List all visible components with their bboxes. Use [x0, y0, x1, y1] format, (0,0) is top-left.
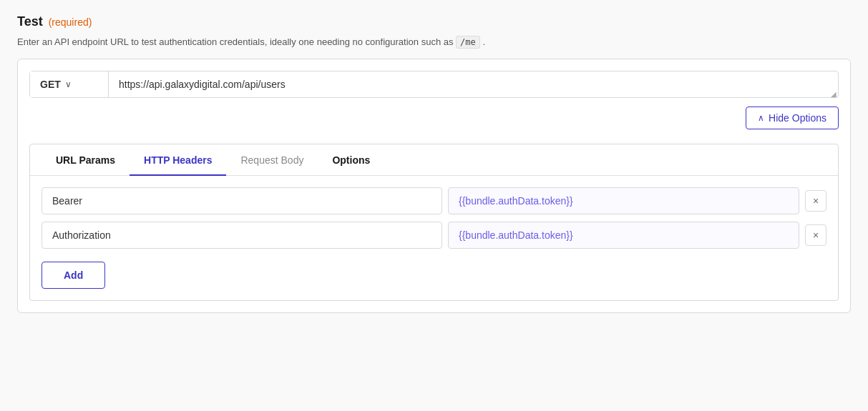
close-icon-2: ×	[813, 229, 819, 241]
header-key-input-2[interactable]	[42, 222, 442, 249]
tabs-section: URL Params HTTP Headers Request Body Opt…	[29, 144, 839, 301]
page-title: Test	[17, 14, 43, 29]
header-value-input-1[interactable]	[448, 187, 799, 214]
tab-options[interactable]: Options	[318, 144, 384, 176]
header-row-2: ×	[42, 222, 826, 249]
header-row-1: ×	[42, 187, 826, 214]
tab-content-http-headers: × × Add	[30, 176, 838, 300]
header-key-input-1[interactable]	[42, 187, 442, 214]
tabs-header: URL Params HTTP Headers Request Body Opt…	[30, 144, 838, 176]
add-header-button[interactable]: Add	[42, 262, 105, 289]
url-row: GET ∨ ◢	[29, 71, 839, 98]
url-input[interactable]	[109, 71, 831, 97]
hide-options-button[interactable]: ∧ Hide Options	[746, 107, 839, 129]
chevron-down-icon: ∨	[65, 79, 72, 89]
tab-http-headers[interactable]: HTTP Headers	[130, 144, 226, 176]
url-input-wrapper	[109, 71, 831, 97]
method-dropdown[interactable]: GET ∨	[30, 71, 109, 97]
description-text: Enter an API endpoint URL to test authen…	[17, 36, 851, 47]
required-badge: (required)	[49, 16, 92, 28]
method-label: GET	[40, 79, 61, 90]
chevron-up-icon: ∧	[758, 113, 764, 123]
remove-header-button-1[interactable]: ×	[805, 190, 826, 212]
code-snippet: /me	[456, 36, 480, 49]
remove-header-button-2[interactable]: ×	[805, 224, 826, 246]
tab-url-params[interactable]: URL Params	[42, 144, 130, 176]
hide-options-label: Hide Options	[769, 112, 826, 124]
main-card: GET ∨ ◢ ∧ Hide Options URL Params HTTP H…	[17, 59, 851, 313]
tab-request-body[interactable]: Request Body	[226, 144, 318, 176]
resize-handle-icon: ◢	[831, 90, 838, 97]
close-icon-1: ×	[813, 195, 819, 207]
options-btn-row: ∧ Hide Options	[18, 98, 850, 129]
header-value-input-2[interactable]	[448, 222, 799, 249]
